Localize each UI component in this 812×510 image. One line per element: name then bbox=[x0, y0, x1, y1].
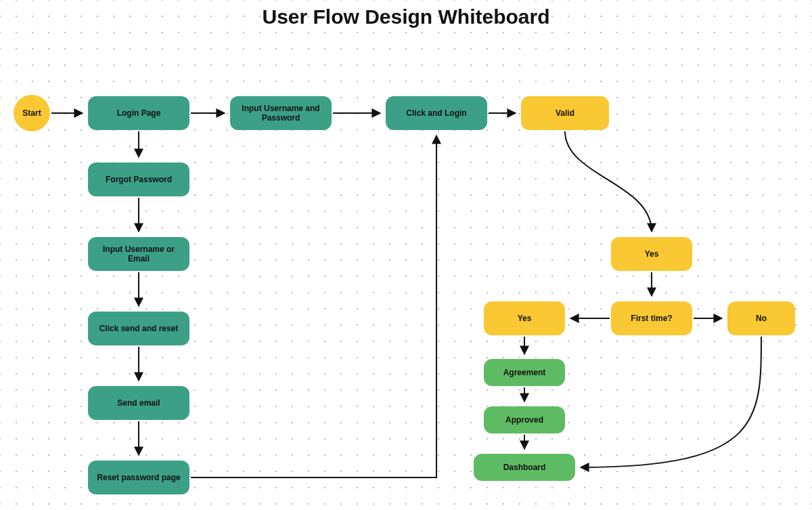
flow-canvas[interactable]: Start Login Page Input Username and Pass… bbox=[0, 0, 812, 510]
edge-resetpage-clicklogin bbox=[191, 135, 436, 477]
node-approved[interactable]: Approved bbox=[484, 406, 565, 433]
node-login-page[interactable]: Login Page bbox=[88, 96, 189, 130]
node-start[interactable]: Start bbox=[14, 95, 50, 131]
edge-valid-yes bbox=[565, 131, 652, 232]
node-no[interactable]: No bbox=[727, 301, 795, 335]
node-valid[interactable]: Valid bbox=[521, 96, 609, 130]
node-yes-top[interactable]: Yes bbox=[611, 237, 692, 271]
node-click-send-reset[interactable]: Click send and reset bbox=[88, 312, 189, 345]
node-label: Valid bbox=[556, 108, 574, 118]
node-label: Reset password page bbox=[97, 473, 180, 482]
node-input-username-email[interactable]: Input Username or Email bbox=[88, 237, 189, 271]
node-click-login[interactable]: Click and Login bbox=[386, 96, 487, 130]
node-label: Click and Login bbox=[406, 108, 466, 118]
node-label: Agreement bbox=[503, 368, 546, 377]
node-send-email[interactable]: Send email bbox=[88, 386, 189, 420]
node-label: Send email bbox=[117, 398, 160, 408]
node-input-username-password[interactable]: Input Username and Password bbox=[230, 96, 332, 130]
node-label: Start bbox=[22, 108, 41, 118]
node-agreement[interactable]: Agreement bbox=[484, 359, 565, 386]
node-label: Approved bbox=[505, 415, 543, 425]
node-dashboard[interactable]: Dashboard bbox=[474, 454, 575, 481]
node-label: Input Username and Password bbox=[235, 104, 326, 123]
node-label: Yes bbox=[518, 314, 532, 323]
node-label: Yes bbox=[645, 249, 659, 259]
node-label: Login Page bbox=[117, 108, 161, 118]
node-label: No bbox=[756, 314, 767, 323]
node-label: Input Username or Email bbox=[93, 245, 184, 264]
node-label: Click send and reset bbox=[99, 324, 179, 333]
node-forgot-password[interactable]: Forgot Password bbox=[88, 163, 189, 196]
node-yes-left[interactable]: Yes bbox=[484, 301, 565, 335]
edge-no-dashboard bbox=[581, 337, 761, 467]
node-label: First time? bbox=[631, 314, 672, 323]
node-reset-password-page[interactable]: Reset password page bbox=[88, 461, 189, 494]
node-label: Forgot Password bbox=[106, 175, 172, 184]
node-first-time[interactable]: First time? bbox=[611, 301, 692, 335]
node-label: Dashboard bbox=[503, 463, 546, 472]
